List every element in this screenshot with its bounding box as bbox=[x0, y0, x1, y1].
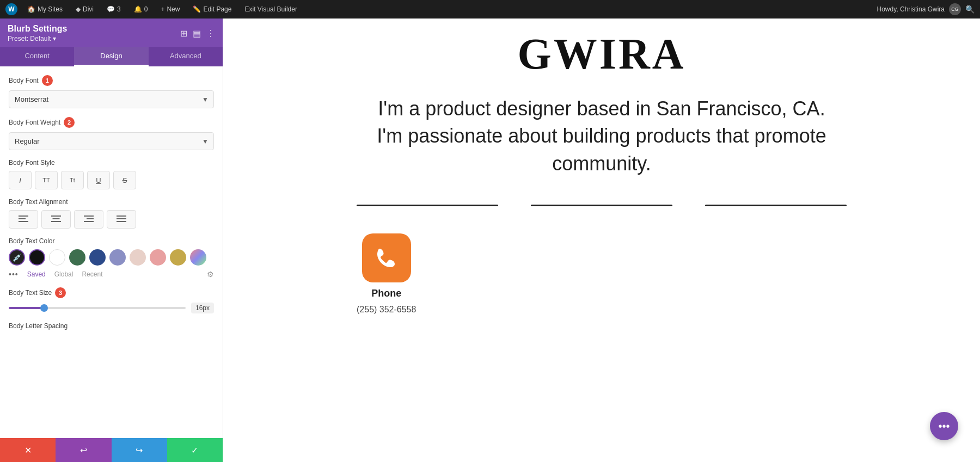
swatch-blush[interactable] bbox=[130, 249, 146, 266]
settings-panel: Blurb Settings Preset: Default ▾ ⊞ ▤ ⋮ C… bbox=[0, 19, 223, 462]
body-text-size-badge: 3 bbox=[55, 287, 66, 298]
color-tab-recent[interactable]: Recent bbox=[82, 270, 102, 278]
swatch-lavender[interactable] bbox=[109, 249, 126, 266]
pencil-icon: ✏️ bbox=[193, 5, 201, 13]
swatch-pink[interactable] bbox=[150, 249, 166, 266]
size-slider-track[interactable] bbox=[9, 307, 186, 309]
color-swatches-row: 💉 bbox=[9, 249, 214, 266]
blurb-title-phone: Phone bbox=[371, 288, 401, 299]
color-settings-icon[interactable]: ⚙ bbox=[207, 270, 214, 279]
floating-options-button[interactable]: ••• bbox=[930, 412, 958, 440]
body-font-label: Body Font 1 bbox=[9, 75, 214, 86]
panel-tabs: Content Design Advanced bbox=[0, 47, 223, 66]
align-left-button[interactable] bbox=[9, 210, 38, 229]
bell-icon: 🔔 bbox=[134, 5, 142, 13]
align-right-button[interactable] bbox=[74, 210, 103, 229]
edit-page-link[interactable]: ✏️ Edit Page bbox=[189, 4, 235, 14]
body-letter-spacing-label: Body Letter Spacing bbox=[9, 322, 214, 330]
capitalize-button[interactable]: Tt bbox=[61, 171, 84, 189]
body-text-size-slider-row: 16px bbox=[9, 303, 214, 313]
align-center-button[interactable] bbox=[41, 210, 71, 229]
svg-rect-8 bbox=[84, 221, 94, 222]
svg-rect-2 bbox=[19, 221, 28, 222]
dividers-row bbox=[357, 205, 847, 206]
color-tab-saved[interactable]: Saved bbox=[27, 270, 46, 278]
size-slider-value[interactable]: 16px bbox=[191, 303, 214, 313]
more-options-icon[interactable]: ⋮ bbox=[206, 28, 215, 39]
comments-link[interactable]: 💬 3 bbox=[103, 4, 124, 14]
body-font-badge: 1 bbox=[42, 75, 53, 86]
redo-button[interactable]: ↪ bbox=[112, 438, 167, 462]
strikethrough-button[interactable]: S bbox=[113, 171, 136, 189]
size-slider-thumb[interactable] bbox=[40, 304, 48, 312]
tab-content[interactable]: Content bbox=[0, 47, 74, 66]
svg-rect-4 bbox=[53, 218, 60, 219]
color-options-dots[interactable]: ••• bbox=[9, 270, 19, 279]
user-avatar[interactable]: CG bbox=[949, 3, 961, 15]
color-tab-global[interactable]: Global bbox=[54, 270, 74, 278]
swatch-white[interactable] bbox=[49, 249, 65, 266]
tab-advanced[interactable]: Advanced bbox=[149, 47, 223, 66]
divi-icon: ◆ bbox=[76, 5, 81, 13]
site-title: GWIRA bbox=[518, 19, 686, 95]
swatch-gradient[interactable] bbox=[190, 249, 206, 266]
underline-button[interactable]: U bbox=[87, 171, 110, 189]
exit-visual-builder-button[interactable]: Exit Visual Builder bbox=[241, 4, 301, 14]
chevron-down-icon: ▾ bbox=[53, 35, 56, 42]
swatch-black[interactable] bbox=[29, 249, 45, 266]
svg-rect-7 bbox=[87, 218, 94, 219]
new-button[interactable]: + New bbox=[157, 4, 183, 14]
user-greeting: Howdy, Christina Gwira bbox=[877, 5, 945, 13]
panel-scroll-area: Body Font 1 Montserrat Open Sans Lato Ro… bbox=[0, 66, 223, 438]
swatch-dark-green[interactable] bbox=[69, 249, 85, 266]
layout-icon[interactable]: ▤ bbox=[193, 28, 201, 39]
divi-link[interactable]: ◆ Divi bbox=[72, 4, 97, 14]
body-font-weight-label: Body Font Weight 2 bbox=[9, 117, 214, 128]
svg-rect-9 bbox=[117, 215, 126, 217]
body-font-select[interactable]: Montserrat Open Sans Lato Roboto Default bbox=[9, 90, 214, 108]
svg-rect-6 bbox=[84, 215, 94, 217]
home-icon: 🏠 bbox=[27, 5, 35, 13]
font-style-buttons: I TT Tt U S bbox=[9, 171, 214, 189]
body-font-weight-select-wrap: Regular Bold Light Semi-Bold Black ▼ bbox=[9, 132, 214, 150]
body-font-weight-select[interactable]: Regular Bold Light Semi-Bold Black bbox=[9, 132, 214, 150]
svg-rect-1 bbox=[19, 218, 26, 219]
undo-button[interactable]: ↩ bbox=[56, 438, 111, 462]
color-tabs-row: ••• Saved Global Recent ⚙ bbox=[9, 270, 214, 279]
divider-3 bbox=[705, 205, 847, 206]
svg-rect-11 bbox=[117, 221, 126, 222]
blurb-row: Phone (255) 352-6558 bbox=[357, 233, 847, 315]
panel-preset-selector[interactable]: Preset: Default ▾ bbox=[8, 35, 67, 42]
my-sites-link[interactable]: 🏠 My Sites bbox=[24, 4, 66, 14]
bottom-action-bar: ✕ ↩ ↪ ✓ bbox=[0, 438, 223, 462]
notifications-link[interactable]: 🔔 0 bbox=[131, 4, 151, 14]
page-content-area: GWIRA I'm a product designer based in Sa… bbox=[223, 19, 980, 462]
italic-button[interactable]: I bbox=[9, 171, 32, 189]
phone-icon-box bbox=[362, 233, 411, 282]
svg-rect-5 bbox=[51, 221, 61, 222]
blurb-value-phone: (255) 352-6558 bbox=[357, 305, 416, 315]
body-text-size-label: Body Text Size 3 bbox=[9, 287, 214, 298]
body-font-style-label: Body Font Style bbox=[9, 159, 214, 167]
body-font-select-wrap: Montserrat Open Sans Lato Roboto Default… bbox=[9, 90, 214, 108]
divider-1 bbox=[357, 205, 498, 206]
body-text-color-label: Body Text Color bbox=[9, 237, 214, 245]
comment-icon: 💬 bbox=[107, 5, 115, 13]
expand-icon[interactable]: ⊞ bbox=[180, 28, 187, 39]
plus-icon: + bbox=[161, 5, 164, 13]
body-font-weight-badge: 2 bbox=[64, 117, 75, 128]
search-icon[interactable]: 🔍 bbox=[965, 5, 975, 14]
panel-header: Blurb Settings Preset: Default ▾ ⊞ ▤ ⋮ bbox=[0, 19, 223, 47]
align-justify-button[interactable] bbox=[107, 210, 136, 229]
save-button[interactable]: ✓ bbox=[167, 438, 223, 462]
panel-title: Blurb Settings bbox=[8, 24, 67, 34]
eyedropper-button[interactable]: 💉 bbox=[9, 249, 25, 266]
cancel-button[interactable]: ✕ bbox=[0, 438, 56, 462]
page-preview-wrapper: GWIRA I'm a product designer based in Sa… bbox=[223, 19, 980, 462]
swatch-gold[interactable] bbox=[170, 249, 186, 266]
divider-2 bbox=[531, 205, 672, 206]
wordpress-icon[interactable]: W bbox=[5, 3, 17, 15]
swatch-navy[interactable] bbox=[89, 249, 106, 266]
uppercase-button[interactable]: TT bbox=[35, 171, 58, 189]
tab-design[interactable]: Design bbox=[74, 47, 148, 66]
